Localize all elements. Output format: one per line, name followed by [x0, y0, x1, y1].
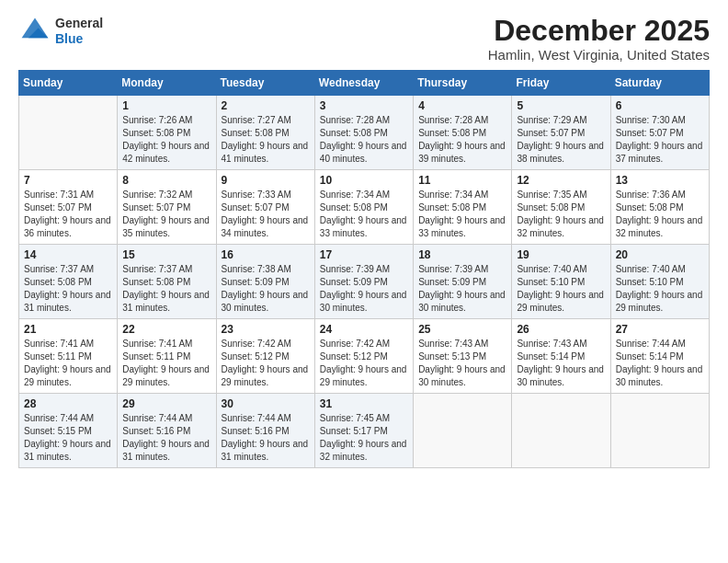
day-number: 19 [517, 248, 605, 261]
day-number: 13 [616, 174, 704, 187]
day-number: 23 [222, 323, 310, 336]
calendar-cell: 25Sunrise: 7:43 AMSunset: 5:13 PMDayligh… [414, 319, 512, 394]
day-detail: Sunrise: 7:39 AMSunset: 5:09 PMDaylight:… [418, 263, 506, 315]
day-number: 30 [222, 397, 310, 410]
calendar-cell: 1Sunrise: 7:26 AMSunset: 5:08 PMDaylight… [118, 96, 216, 170]
day-detail: Sunrise: 7:33 AMSunset: 5:07 PMDaylight:… [222, 189, 310, 240]
location-title: Hamlin, West Virginia, United States [488, 47, 710, 63]
calendar-table: SundayMondayTuesdayWednesdayThursdayFrid… [18, 70, 710, 468]
calendar-cell [414, 394, 512, 468]
calendar-cell: 23Sunrise: 7:42 AMSunset: 5:12 PMDayligh… [216, 319, 314, 394]
calendar-cell: 6Sunrise: 7:30 AMSunset: 5:07 PMDaylight… [610, 96, 709, 170]
calendar-cell: 29Sunrise: 7:44 AMSunset: 5:16 PMDayligh… [118, 394, 216, 468]
calendar-cell: 27Sunrise: 7:44 AMSunset: 5:14 PMDayligh… [610, 319, 709, 394]
logo-blue-text: Blue [55, 31, 103, 47]
calendar-cell: 9Sunrise: 7:33 AMSunset: 5:07 PMDaylight… [216, 170, 314, 245]
day-number: 31 [320, 397, 408, 410]
calendar-cell: 16Sunrise: 7:38 AMSunset: 5:09 PMDayligh… [216, 245, 314, 319]
day-detail: Sunrise: 7:41 AMSunset: 5:11 PMDaylight:… [122, 338, 210, 389]
calendar-cell: 8Sunrise: 7:32 AMSunset: 5:07 PMDaylight… [118, 170, 216, 245]
day-number: 24 [320, 323, 408, 336]
day-number: 14 [24, 248, 112, 261]
calendar-cell: 28Sunrise: 7:44 AMSunset: 5:15 PMDayligh… [19, 394, 118, 468]
calendar-cell: 21Sunrise: 7:41 AMSunset: 5:11 PMDayligh… [19, 319, 118, 394]
day-number: 8 [122, 174, 210, 187]
logo-icon [18, 15, 51, 48]
calendar-cell: 15Sunrise: 7:37 AMSunset: 5:08 PMDayligh… [118, 245, 216, 319]
calendar-cell: 13Sunrise: 7:36 AMSunset: 5:08 PMDayligh… [610, 170, 709, 245]
day-number: 16 [222, 248, 310, 261]
day-number: 17 [320, 248, 408, 261]
day-number: 4 [418, 99, 506, 112]
calendar-cell [512, 394, 610, 468]
day-detail: Sunrise: 7:27 AMSunset: 5:08 PMDaylight:… [222, 114, 310, 166]
weekday-header-saturday: Saturday [610, 71, 709, 96]
calendar-cell: 18Sunrise: 7:39 AMSunset: 5:09 PMDayligh… [414, 245, 512, 319]
calendar-cell: 30Sunrise: 7:44 AMSunset: 5:16 PMDayligh… [216, 394, 314, 468]
calendar-cell: 3Sunrise: 7:28 AMSunset: 5:08 PMDaylight… [314, 96, 413, 170]
day-number: 15 [122, 248, 210, 261]
day-detail: Sunrise: 7:43 AMSunset: 5:14 PMDaylight:… [517, 338, 605, 389]
day-number: 7 [24, 174, 112, 187]
calendar-cell: 12Sunrise: 7:35 AMSunset: 5:08 PMDayligh… [512, 170, 610, 245]
calendar-cell [19, 96, 118, 170]
day-detail: Sunrise: 7:36 AMSunset: 5:08 PMDaylight:… [616, 189, 704, 240]
day-number: 1 [122, 99, 210, 112]
day-detail: Sunrise: 7:37 AMSunset: 5:08 PMDaylight:… [122, 263, 210, 315]
calendar-cell: 7Sunrise: 7:31 AMSunset: 5:07 PMDaylight… [19, 170, 118, 245]
day-number: 10 [320, 174, 408, 187]
day-number: 18 [418, 248, 506, 261]
day-number: 3 [320, 99, 408, 112]
weekday-header-friday: Friday [512, 71, 610, 96]
day-number: 29 [122, 397, 210, 410]
day-number: 12 [517, 174, 605, 187]
day-detail: Sunrise: 7:37 AMSunset: 5:08 PMDaylight:… [24, 263, 112, 315]
month-title: December 2025 [488, 15, 710, 47]
day-detail: Sunrise: 7:45 AMSunset: 5:17 PMDaylight:… [320, 412, 408, 464]
day-number: 26 [517, 323, 605, 336]
calendar-cell: 22Sunrise: 7:41 AMSunset: 5:11 PMDayligh… [118, 319, 216, 394]
day-number: 27 [616, 323, 704, 336]
day-detail: Sunrise: 7:32 AMSunset: 5:07 PMDaylight:… [122, 189, 210, 240]
day-detail: Sunrise: 7:35 AMSunset: 5:08 PMDaylight:… [517, 189, 605, 240]
day-detail: Sunrise: 7:43 AMSunset: 5:13 PMDaylight:… [418, 338, 506, 389]
day-detail: Sunrise: 7:28 AMSunset: 5:08 PMDaylight:… [320, 114, 408, 166]
day-detail: Sunrise: 7:29 AMSunset: 5:07 PMDaylight:… [517, 114, 605, 166]
day-detail: Sunrise: 7:39 AMSunset: 5:09 PMDaylight:… [320, 263, 408, 315]
calendar-cell: 2Sunrise: 7:27 AMSunset: 5:08 PMDaylight… [216, 96, 314, 170]
day-detail: Sunrise: 7:34 AMSunset: 5:08 PMDaylight:… [418, 189, 506, 240]
day-number: 21 [24, 323, 112, 336]
day-number: 20 [616, 248, 704, 261]
calendar-cell: 17Sunrise: 7:39 AMSunset: 5:09 PMDayligh… [314, 245, 413, 319]
day-detail: Sunrise: 7:41 AMSunset: 5:11 PMDaylight:… [24, 338, 112, 389]
day-detail: Sunrise: 7:44 AMSunset: 5:15 PMDaylight:… [24, 412, 112, 464]
calendar-cell: 24Sunrise: 7:42 AMSunset: 5:12 PMDayligh… [314, 319, 413, 394]
weekday-header-tuesday: Tuesday [216, 71, 314, 96]
weekday-header-monday: Monday [118, 71, 216, 96]
calendar-cell: 26Sunrise: 7:43 AMSunset: 5:14 PMDayligh… [512, 319, 610, 394]
calendar-cell: 19Sunrise: 7:40 AMSunset: 5:10 PMDayligh… [512, 245, 610, 319]
title-block: December 2025 Hamlin, West Virginia, Uni… [488, 15, 710, 63]
day-detail: Sunrise: 7:31 AMSunset: 5:07 PMDaylight:… [24, 189, 112, 240]
day-number: 11 [418, 174, 506, 187]
day-detail: Sunrise: 7:44 AMSunset: 5:14 PMDaylight:… [616, 338, 704, 389]
day-number: 22 [122, 323, 210, 336]
logo-general-text: General [55, 16, 103, 31]
day-detail: Sunrise: 7:44 AMSunset: 5:16 PMDaylight:… [122, 412, 210, 464]
day-detail: Sunrise: 7:44 AMSunset: 5:16 PMDaylight:… [222, 412, 310, 464]
calendar-cell: 20Sunrise: 7:40 AMSunset: 5:10 PMDayligh… [610, 245, 709, 319]
weekday-header-thursday: Thursday [414, 71, 512, 96]
calendar-cell: 31Sunrise: 7:45 AMSunset: 5:17 PMDayligh… [314, 394, 413, 468]
page-header: General Blue December 2025 Hamlin, West … [18, 15, 710, 63]
calendar-cell: 4Sunrise: 7:28 AMSunset: 5:08 PMDaylight… [414, 96, 512, 170]
day-detail: Sunrise: 7:42 AMSunset: 5:12 PMDaylight:… [222, 338, 310, 389]
calendar-cell: 5Sunrise: 7:29 AMSunset: 5:07 PMDaylight… [512, 96, 610, 170]
day-detail: Sunrise: 7:30 AMSunset: 5:07 PMDaylight:… [616, 114, 704, 166]
day-number: 2 [222, 99, 310, 112]
logo: General Blue [18, 15, 103, 48]
day-detail: Sunrise: 7:42 AMSunset: 5:12 PMDaylight:… [320, 338, 408, 389]
day-detail: Sunrise: 7:40 AMSunset: 5:10 PMDaylight:… [517, 263, 605, 315]
calendar-cell: 14Sunrise: 7:37 AMSunset: 5:08 PMDayligh… [19, 245, 118, 319]
day-detail: Sunrise: 7:34 AMSunset: 5:08 PMDaylight:… [320, 189, 408, 240]
day-number: 25 [418, 323, 506, 336]
